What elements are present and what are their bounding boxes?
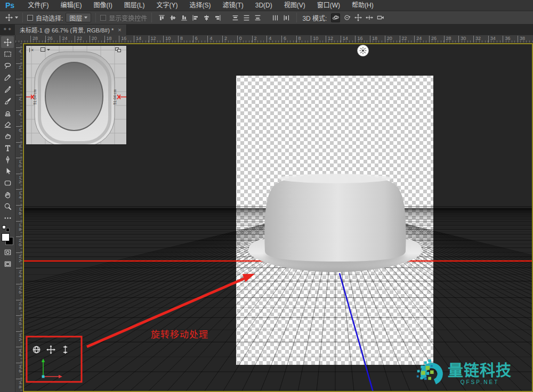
- measure-label-right: 51.04 cm: [113, 89, 117, 104]
- menu-item-5[interactable]: 选择(S): [183, 0, 216, 11]
- eyedropper-tool[interactable]: [1, 83, 14, 95]
- secondary-view-select[interactable]: [41, 47, 50, 52]
- distribute-vcenter-button[interactable]: [242, 13, 251, 22]
- tab-close-icon[interactable]: ×: [118, 27, 121, 33]
- secondary-view-close[interactable]: ×: [29, 47, 34, 53]
- align-right-button[interactable]: [213, 13, 222, 22]
- quick-mask-mode[interactable]: [1, 246, 14, 258]
- clone-stamp-tool[interactable]: [1, 107, 14, 118]
- align-top-button[interactable]: [157, 13, 166, 22]
- 3d-object-hat[interactable]: [248, 174, 422, 272]
- document-tab[interactable]: 未标题-1 @ 66.7% (背景, RGB/8#) * ×: [15, 24, 127, 35]
- foreground-background-swatches[interactable]: [2, 233, 13, 245]
- type-tool[interactable]: [1, 142, 14, 153]
- workspace: 2826242220181614121086420246810121416182…: [0, 35, 533, 392]
- move-tool-icon: [4, 38, 12, 46]
- align-left-button[interactable]: [191, 13, 200, 22]
- edit-toolbar-icon[interactable]: [1, 212, 14, 224]
- show-transform-checkbox[interactable]: [100, 15, 106, 21]
- camera-gizmo: [32, 345, 70, 355]
- shape-tool[interactable]: [1, 177, 14, 189]
- pan-3d-camera-button[interactable]: [353, 13, 362, 22]
- auto-select-dropdown[interactable]: 图层: [66, 13, 91, 22]
- align-vcenter-button[interactable]: [168, 13, 177, 22]
- secondary-view-swap-icon[interactable]: [115, 47, 121, 52]
- brush-tool[interactable]: [1, 95, 14, 107]
- ruler-top-label: 22: [400, 36, 407, 43]
- 3d-light-widget[interactable]: [358, 45, 369, 56]
- menu-item-1[interactable]: 编辑(E): [54, 0, 87, 11]
- ruler-left-label: 4: [16, 47, 22, 53]
- move-tool-icon[interactable]: [5, 14, 13, 21]
- shape-tool-icon: [4, 179, 12, 187]
- slide-3d-camera-button[interactable]: [365, 13, 374, 22]
- ruler-left-label: 10: [16, 158, 22, 168]
- ruler-top-label: 34: [488, 36, 496, 43]
- menu-item-10[interactable]: 帮助(H): [346, 0, 379, 11]
- vertical-ruler[interactable]: 420246810121416182022242628303234363840: [15, 43, 23, 392]
- auto-select-label: 自动选择:: [36, 13, 63, 22]
- menu-item-7[interactable]: 3D(D): [249, 0, 278, 11]
- ruler-left-label: 36: [16, 363, 22, 373]
- path-select-tool[interactable]: [1, 165, 14, 177]
- align-left-icon: [192, 14, 199, 21]
- secondary-3d-view[interactable]: 51.04 cm 51.04 cm ×: [26, 45, 127, 145]
- menu-item-6[interactable]: 滤镜(T): [216, 0, 249, 11]
- distribute-vcenter-icon: [243, 14, 250, 21]
- align-bottom-icon: [181, 14, 188, 21]
- move-tool[interactable]: [1, 36, 14, 48]
- tool-preset-caret-icon[interactable]: [15, 17, 18, 19]
- rect-marquee-tool[interactable]: [1, 48, 14, 60]
- menu-item-3[interactable]: 图层(L): [118, 0, 151, 11]
- orbit-3d-camera-button[interactable]: [331, 13, 340, 22]
- align-tools-group: [156, 13, 292, 22]
- ruler-top-label: 4: [207, 36, 212, 43]
- dolly-camera-icon[interactable]: [61, 345, 70, 355]
- hand-tool[interactable]: [1, 189, 14, 200]
- roll-3d-camera-button[interactable]: [342, 13, 351, 22]
- align-hcenter-button[interactable]: [202, 13, 211, 22]
- photoshop-window: { "app": { "logo": "Ps", "accent_color":…: [0, 0, 533, 392]
- watermark-url: QFSP.NET: [448, 379, 512, 385]
- screen-mode[interactable]: [1, 258, 14, 270]
- smudge-tool-icon: [4, 132, 12, 140]
- watermark: 量链科技 QFSP.NET: [416, 358, 512, 389]
- ruler-top-label: 24: [60, 36, 67, 43]
- horizontal-ruler[interactable]: 2826242220181614121086420246810121416182…: [15, 35, 533, 43]
- ruler-left-label: 6: [16, 126, 22, 132]
- dolly-3d-camera-button[interactable]: [376, 13, 385, 22]
- eraser-tool[interactable]: [1, 118, 14, 130]
- zoom-tool[interactable]: [1, 200, 14, 212]
- menu-item-9[interactable]: 窗口(W): [311, 0, 346, 11]
- menu-item-2[interactable]: 图像(I): [87, 0, 118, 11]
- align-hcenter-icon: [203, 14, 210, 21]
- distribute-right-button[interactable]: [282, 13, 291, 22]
- 3d-axis-widget[interactable]: [36, 354, 68, 381]
- options-bar: 自动选择: 图层 显示变换控件 3D 模式:: [0, 11, 533, 24]
- ruler-top-label: 26: [45, 36, 53, 43]
- slide-3d-camera-icon: [366, 14, 373, 21]
- smudge-tool[interactable]: [1, 130, 14, 142]
- screen-mode-icon: [4, 260, 12, 268]
- align-top-icon: [158, 14, 165, 21]
- pen-tool[interactable]: [1, 153, 14, 165]
- menu-item-4[interactable]: 文字(Y): [150, 0, 183, 11]
- foreground-color[interactable]: [2, 233, 10, 241]
- default-swatches[interactable]: [2, 225, 10, 232]
- distribute-top-button[interactable]: [231, 13, 240, 22]
- menu-item-8[interactable]: 视图(V): [278, 0, 311, 11]
- pan-camera-icon[interactable]: [46, 345, 56, 355]
- ruler-left-label: 4: [16, 110, 22, 116]
- healing-brush-tool[interactable]: [1, 71, 14, 83]
- ruler-top-label: 26: [429, 36, 437, 43]
- quick-mask-mode-icon: [4, 248, 12, 256]
- dolly-3d-camera-icon: [377, 14, 384, 21]
- zoom-tool-icon: [4, 202, 12, 210]
- auto-select-checkbox[interactable]: [27, 15, 33, 21]
- distribute-bottom-button[interactable]: [253, 13, 262, 22]
- lasso-tool[interactable]: [1, 60, 14, 71]
- menu-item-0[interactable]: 文件(F): [22, 0, 54, 11]
- align-bottom-button[interactable]: [180, 13, 189, 22]
- orbit-camera-icon[interactable]: [32, 345, 42, 355]
- distribute-left-button[interactable]: [271, 13, 280, 22]
